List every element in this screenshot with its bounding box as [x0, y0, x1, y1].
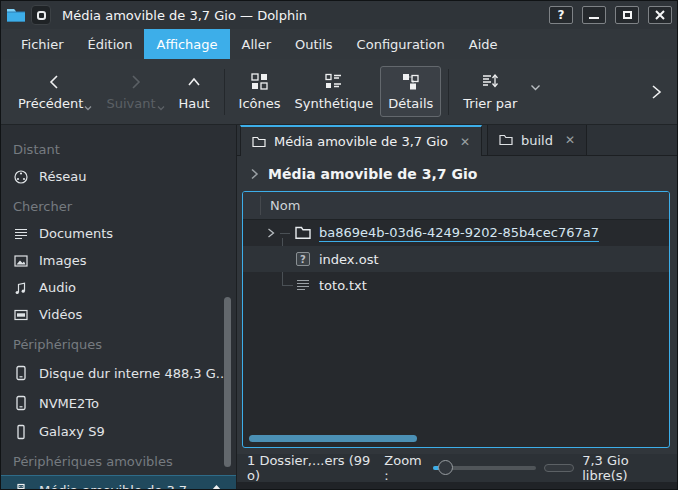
- column-header-nom[interactable]: Nom: [270, 198, 300, 213]
- folder-icon: [499, 134, 513, 146]
- toolbar-separator: [448, 69, 449, 115]
- sidebar-item-label: Galaxy S9: [39, 424, 105, 439]
- up-button[interactable]: Haut: [172, 68, 217, 116]
- tab-close-icon[interactable]: ✕: [565, 133, 575, 147]
- icons-view-label: Icônes: [239, 96, 281, 111]
- film-icon: [13, 307, 29, 323]
- zoom-label: Zoom :: [384, 453, 425, 483]
- tab-bar: Média amovible de 3,7 Gio ✕ build ✕: [237, 125, 677, 156]
- help-button[interactable]: ?: [549, 6, 573, 24]
- breadcrumb-location[interactable]: Média amovible de 3,7 Gio: [268, 166, 477, 182]
- eject-icon: [209, 484, 224, 489]
- sidebar-item-media-amovible[interactable]: Média amovible de 3,7 ...: [1, 475, 236, 489]
- details-view-label: Détails: [388, 96, 433, 111]
- menu-outils[interactable]: Outils: [283, 29, 345, 59]
- sidebar-item-documents[interactable]: Documents: [1, 220, 236, 247]
- folder-icon: [252, 136, 266, 148]
- close-button[interactable]: [648, 6, 672, 24]
- section-header-peripheriques: Périphériques: [1, 328, 236, 358]
- menu-aller[interactable]: Aller: [230, 29, 283, 59]
- free-space-bar: [544, 464, 574, 472]
- file-name[interactable]: index.ost: [319, 252, 379, 267]
- zoom-slider[interactable]: [433, 459, 536, 477]
- text-file-icon: [295, 277, 311, 293]
- sidebar-scrollbar[interactable]: [224, 297, 231, 467]
- tab-media-amovible[interactable]: Média amovible de 3,7 Gio ✕: [240, 125, 482, 156]
- chevron-down-icon: [157, 105, 165, 111]
- sidebar-item-label: Audio: [39, 280, 76, 295]
- dolphin-window: Média amovible de 3,7 Gio — Dolphin ? Fi…: [0, 0, 678, 490]
- menubar: Fichier Édition Affichage Aller Outils C…: [1, 29, 677, 59]
- toolbar: Précédent Suivant Haut Icônes: [1, 59, 677, 125]
- file-row[interactable]: toto.txt: [243, 272, 669, 298]
- horizontal-scrollbar[interactable]: [249, 435, 417, 442]
- menu-configuration[interactable]: Configuration: [345, 29, 457, 59]
- sidebar-item-label: Média amovible de 3,7 ...: [39, 483, 195, 489]
- sort-by-label: Trier par: [463, 96, 517, 111]
- sort-by-button[interactable]: Trier par: [456, 67, 524, 116]
- section-header-chercher: Chercher: [1, 190, 236, 220]
- tab-build[interactable]: build ✕: [487, 125, 587, 155]
- toolbar-overflow-button[interactable]: [645, 80, 667, 104]
- sidebar-item-label: Vidéos: [39, 307, 82, 322]
- file-name[interactable]: toto.txt: [319, 278, 367, 293]
- image-icon: [13, 253, 29, 269]
- file-name[interactable]: ba869e4b-03d6-4249-9202-85b4cec767a7: [319, 225, 599, 242]
- breadcrumb[interactable]: Média amovible de 3,7 Gio: [237, 156, 677, 191]
- sidebar-item-label: Disque dur interne 488,3 G...: [39, 366, 224, 381]
- section-header-distant: Distant: [1, 133, 236, 163]
- sidebar-item-nvme2to[interactable]: NVME2To: [1, 388, 236, 418]
- minimize-button[interactable]: [582, 6, 606, 24]
- details-view-icon: [401, 72, 420, 91]
- compact-view-button[interactable]: Synthétique: [288, 67, 381, 116]
- eject-button[interactable]: [209, 484, 224, 489]
- menu-affichage[interactable]: Affichage: [144, 29, 229, 59]
- usb-stick-icon: [13, 483, 29, 490]
- status-bar: 1 Dossier,...ers (99 o) Zoom : 7,3 Gio l…: [237, 454, 677, 482]
- app-badge-icon[interactable]: [31, 5, 51, 25]
- tab-label: Média amovible de 3,7 Gio: [274, 134, 448, 149]
- hard-drive-icon: [13, 365, 29, 381]
- details-view-button[interactable]: Détails: [380, 66, 441, 117]
- file-view: Nom ba869e4b-03d6-424: [242, 191, 670, 448]
- sidebar-item-label: Réseau: [39, 169, 86, 184]
- forward-button[interactable]: Suivant: [99, 68, 171, 116]
- chevron-down-icon: [84, 105, 92, 111]
- status-summary: 1 Dossier,...ers (99 o): [247, 453, 372, 483]
- sidebar-item-videos[interactable]: Vidéos: [1, 301, 236, 328]
- chevron-right-icon: [649, 84, 663, 100]
- toolbar-separator: [224, 69, 225, 115]
- sidebar-item-audio[interactable]: Audio: [1, 274, 236, 301]
- menu-fichier[interactable]: Fichier: [9, 29, 76, 59]
- window-bottom-edge: [237, 482, 677, 489]
- up-label: Haut: [179, 96, 210, 111]
- menu-aide[interactable]: Aide: [457, 29, 510, 59]
- hard-drive-icon: [13, 395, 29, 411]
- titlebar: Média amovible de 3,7 Gio — Dolphin ?: [1, 1, 677, 29]
- chevron-up-icon: [185, 73, 203, 91]
- slider-handle[interactable]: [438, 460, 453, 475]
- sidebar-item-label: Documents: [39, 226, 113, 241]
- sidebar-item-galaxy-s9[interactable]: Galaxy S9: [1, 418, 236, 445]
- file-row[interactable]: ba869e4b-03d6-4249-9202-85b4cec767a7: [243, 220, 669, 246]
- back-button[interactable]: Précédent: [11, 68, 99, 116]
- sidebar-item-disque-interne[interactable]: Disque dur interne 488,3 G...: [1, 358, 236, 388]
- expand-chevron-icon[interactable]: [267, 228, 275, 238]
- tab-close-icon[interactable]: ✕: [460, 135, 470, 149]
- places-panel: Distant Réseau Chercher Documents Images: [1, 125, 237, 489]
- icons-view-button[interactable]: Icônes: [232, 67, 288, 116]
- maximize-button[interactable]: [615, 6, 639, 24]
- smartphone-icon: [13, 424, 29, 440]
- menu-edition[interactable]: Édition: [76, 29, 145, 59]
- folder-icon: [295, 225, 311, 241]
- sort-icon: [481, 72, 500, 91]
- chevron-down-icon[interactable]: [530, 84, 541, 91]
- section-header-peripheriques-amovibles: Périphériques amovibles: [1, 445, 236, 475]
- sidebar-item-reseau[interactable]: Réseau: [1, 163, 236, 190]
- tab-label: build: [521, 133, 553, 148]
- column-header-row[interactable]: Nom: [243, 192, 669, 220]
- file-row[interactable]: index.ost: [243, 246, 669, 272]
- unknown-file-icon: [295, 251, 311, 267]
- column-separator: [260, 196, 261, 215]
- sidebar-item-images[interactable]: Images: [1, 247, 236, 274]
